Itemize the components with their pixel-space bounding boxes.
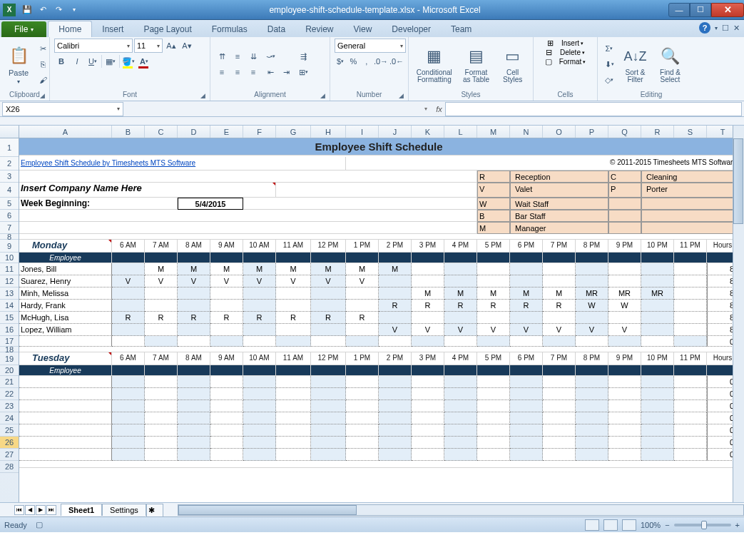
cell[interactable] (641, 336, 674, 347)
cell[interactable]: B (477, 210, 510, 222)
cell[interactable]: 11 AM (276, 352, 311, 365)
cell[interactable] (276, 376, 311, 388)
cell[interactable] (674, 412, 707, 424)
row-header[interactable]: 24 (0, 412, 19, 424)
cell[interactable] (444, 412, 477, 424)
cell[interactable] (608, 312, 641, 324)
cell[interactable] (543, 388, 576, 400)
formula-input[interactable] (445, 102, 742, 116)
cell[interactable]: R (112, 312, 145, 324)
cell[interactable] (145, 437, 178, 449)
cell[interactable] (145, 449, 178, 461)
normal-view-button[interactable] (585, 519, 599, 531)
cell[interactable] (674, 300, 707, 312)
cell[interactable] (576, 376, 608, 388)
cell[interactable] (243, 412, 276, 424)
underline-button[interactable]: U▾ (86, 54, 100, 68)
page-layout-view-button[interactable] (603, 519, 618, 531)
number-format-combo[interactable]: General▾ (335, 39, 406, 53)
row-header[interactable]: 22 (0, 388, 19, 400)
cell[interactable] (543, 424, 576, 437)
cell[interactable] (576, 412, 608, 424)
cell[interactable] (412, 424, 444, 437)
col-header[interactable]: S (674, 126, 707, 138)
cell[interactable]: 10 AM (243, 240, 276, 253)
zoom-in-button[interactable]: + (735, 521, 740, 529)
cell[interactable]: Suarez, Henry (19, 275, 112, 287)
cell[interactable] (543, 312, 576, 324)
row-header[interactable]: 26 (0, 437, 19, 449)
cell[interactable]: V (608, 324, 641, 336)
cell[interactable] (444, 449, 477, 461)
cell[interactable]: R (477, 300, 510, 312)
row-header[interactable]: 3 (0, 170, 19, 183)
col-header[interactable]: F (243, 126, 276, 138)
cell[interactable] (412, 275, 444, 287)
cell[interactable] (444, 388, 477, 400)
cell[interactable] (346, 253, 379, 263)
cell[interactable] (346, 449, 379, 461)
cell[interactable] (19, 222, 477, 234)
file-tab[interactable]: File▾ (1, 21, 46, 37)
cell[interactable] (112, 376, 145, 388)
cell[interactable]: Monday (19, 240, 112, 253)
cell[interactable] (276, 400, 311, 412)
cell[interactable] (346, 376, 379, 388)
page-break-view-button[interactable] (622, 519, 636, 531)
cell[interactable] (19, 412, 112, 424)
cell[interactable] (510, 400, 543, 412)
cell[interactable] (576, 365, 608, 376)
redo-icon[interactable]: ↷ (51, 3, 66, 17)
cell[interactable] (608, 424, 641, 437)
row-header[interactable]: 8 (0, 234, 19, 240)
cell[interactable] (145, 376, 178, 388)
cell[interactable] (311, 324, 346, 336)
format-as-table-button[interactable]: ▤Format as Table (459, 44, 494, 85)
cell[interactable] (444, 275, 477, 287)
cell[interactable] (543, 365, 576, 376)
vertical-scrollbar[interactable] (733, 126, 744, 502)
cell[interactable] (346, 412, 379, 424)
fx-icon[interactable]: fx (433, 105, 445, 113)
cell[interactable] (674, 324, 707, 336)
cells-grid[interactable]: Employee Shift ScheduleEmployee Shift Sc… (19, 138, 744, 502)
maximize-button[interactable]: ☐ (690, 3, 711, 17)
cell[interactable] (210, 437, 243, 449)
cell[interactable]: V (210, 275, 243, 287)
row-header[interactable]: 9 (0, 240, 19, 253)
cell[interactable] (608, 263, 641, 275)
cell[interactable] (576, 437, 608, 449)
italic-button[interactable]: I (70, 54, 84, 68)
cell[interactable] (145, 300, 178, 312)
cell[interactable] (346, 437, 379, 449)
cell[interactable] (346, 388, 379, 400)
row-header[interactable]: 11 (0, 263, 19, 275)
zoom-slider[interactable] (674, 524, 731, 526)
cell-styles-button[interactable]: ▭Cell Styles (496, 44, 529, 85)
cell[interactable]: R (210, 312, 243, 324)
cell[interactable] (477, 400, 510, 412)
tab-home[interactable]: Home (48, 21, 92, 37)
cell[interactable] (674, 336, 707, 347)
cell[interactable] (19, 424, 112, 437)
row-header[interactable]: 25 (0, 424, 19, 437)
cell[interactable] (346, 365, 379, 376)
cell[interactable]: McHugh, Lisa (19, 312, 112, 324)
cell[interactable]: 3 PM (412, 240, 444, 253)
cell[interactable]: Jones, Bill (19, 263, 112, 275)
cell[interactable] (276, 388, 311, 400)
cell[interactable]: Manager (510, 222, 608, 234)
cell[interactable]: R (346, 312, 379, 324)
cell[interactable]: Hardy, Frank (19, 300, 112, 312)
cell[interactable] (145, 336, 178, 347)
cell[interactable] (311, 253, 346, 263)
tab-review[interactable]: Review (295, 21, 343, 37)
cell[interactable]: W (477, 198, 510, 210)
cell[interactable] (243, 336, 276, 347)
col-header[interactable]: I (346, 126, 379, 138)
cell[interactable]: 7 PM (543, 240, 576, 253)
sheet-tab-settings[interactable]: Settings (102, 504, 146, 516)
zoom-out-button[interactable]: − (665, 521, 669, 529)
cell[interactable]: V (276, 275, 311, 287)
tab-insert[interactable]: Insert (92, 21, 133, 37)
